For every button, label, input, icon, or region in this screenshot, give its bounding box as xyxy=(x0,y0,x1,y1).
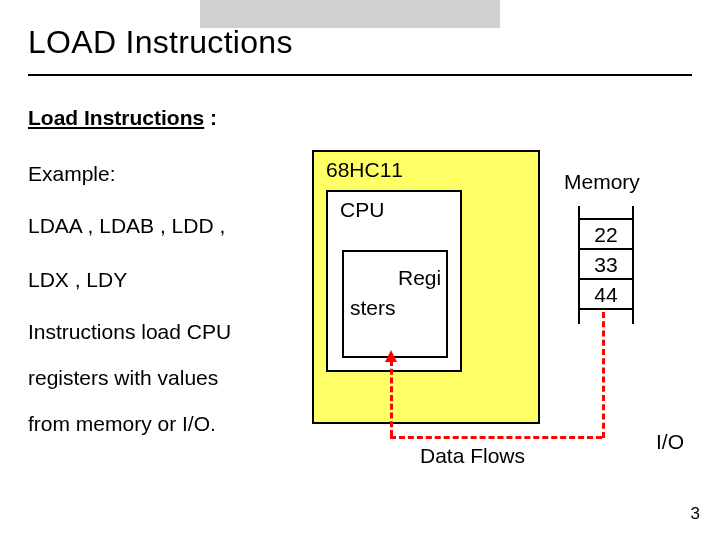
dataflows-label: Data Flows xyxy=(420,444,525,468)
text-example: Example: xyxy=(28,160,116,188)
text-ldaa: LDAA , LDAB , LDD , xyxy=(28,212,225,240)
arrowhead-icon xyxy=(385,350,397,362)
io-label: I/O xyxy=(656,430,684,454)
cpu-label: CPU xyxy=(340,198,384,222)
memory-cell: 22 xyxy=(578,220,634,250)
registers-label-2: sters xyxy=(350,296,396,320)
text-reg: registers with values xyxy=(28,364,218,392)
slide-title: LOAD Instructions xyxy=(28,24,293,61)
memory-cell: 44 xyxy=(578,280,634,310)
memory-stack: 22 33 44 xyxy=(578,206,634,324)
registers-label-1: Regi xyxy=(398,266,441,290)
memory-label: Memory xyxy=(564,170,640,194)
text-instr: Instructions load CPU xyxy=(28,318,231,346)
memory-cell: 33 xyxy=(578,250,634,280)
dataflow-arrow-vert-memory xyxy=(602,312,605,438)
memory-cell-top xyxy=(578,206,634,220)
text-ldx: LDX , LDY xyxy=(28,266,127,294)
text-mem: from memory or I/O. xyxy=(28,410,216,438)
memory-cell-bot xyxy=(578,310,634,324)
page-number: 3 xyxy=(691,504,700,524)
subheading-tail: : xyxy=(204,106,217,129)
dataflow-arrow-vert-reg xyxy=(390,360,393,436)
title-underline xyxy=(28,74,692,76)
dataflow-arrow-horiz xyxy=(390,436,602,439)
subheading-text: Load Instructions xyxy=(28,106,204,129)
hc11-label: 68HC11 xyxy=(326,158,403,182)
subheading: Load Instructions : xyxy=(28,106,217,130)
slide: LOAD Instructions Load Instructions : Ex… xyxy=(0,0,720,540)
